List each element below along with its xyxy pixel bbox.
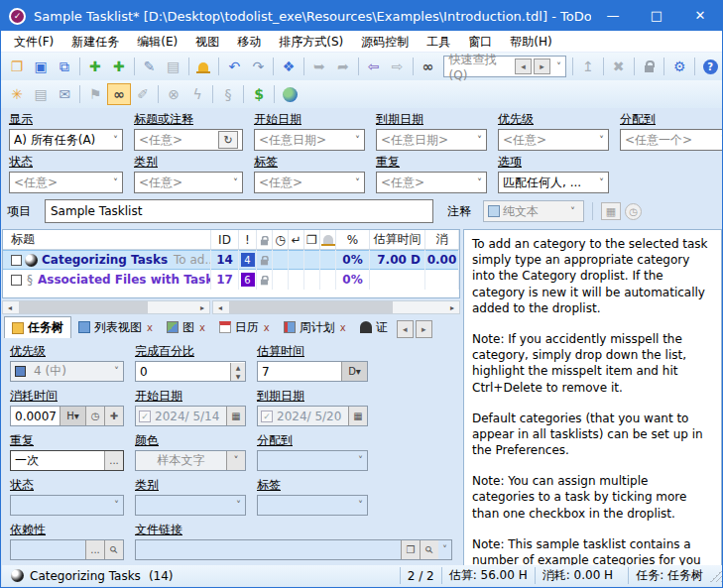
- scroll-right-icon[interactable]: ▸: [195, 303, 209, 312]
- tab-task-tree[interactable]: 任务树: [4, 316, 71, 338]
- refresh-icon[interactable]: ↻: [218, 131, 238, 149]
- close-tab-icon[interactable]: x: [340, 322, 346, 333]
- donate-icon[interactable]: $: [247, 83, 271, 105]
- file-link-input[interactable]: ❐ ⚲ ˅: [135, 539, 452, 560]
- filter-tags-combo[interactable]: <任意> ˅: [254, 172, 365, 193]
- resize-grip[interactable]: [710, 570, 722, 582]
- tab-week-planner[interactable]: 周计划 x: [277, 316, 353, 338]
- category-combo[interactable]: ˅: [135, 495, 246, 516]
- priority-combo[interactable]: 4 (中) ˅: [10, 361, 124, 382]
- insert-time-icon[interactable]: ◷: [625, 203, 642, 220]
- column-estimate[interactable]: 估算时间: [370, 230, 425, 249]
- column-time-icon[interactable]: ◷: [273, 230, 289, 249]
- menu-tools[interactable]: 工具: [418, 31, 459, 53]
- task-row[interactable]: § Associated Files with Tasks 17 6 0%: [3, 270, 459, 290]
- magnifier-icon[interactable]: ⚲: [420, 540, 438, 559]
- filter-options-combo[interactable]: 匹配任何人, ... ˅: [498, 172, 609, 193]
- maximize-button[interactable]: □: [635, 1, 678, 31]
- new-tasklist-icon[interactable]: ✳: [5, 83, 29, 105]
- chevron-down-icon[interactable]: ˅: [226, 451, 245, 470]
- filter-due-date-combo[interactable]: <任意日期> ˅: [376, 129, 487, 151]
- title-bar[interactable]: ✓ Sample Tasklist* [D:\Desktop\todolist_…: [1, 1, 722, 31]
- estimate-unit-button[interactable]: D▾: [341, 362, 367, 381]
- delete-task-icon[interactable]: ✖: [607, 56, 631, 77]
- assigned-combo[interactable]: ˅: [257, 450, 368, 471]
- close-tab-icon[interactable]: x: [264, 322, 270, 333]
- time-spent-input[interactable]: 0.0007 H▾ ◷ ✚: [10, 406, 124, 426]
- spin-up-icon[interactable]: ▲: [231, 363, 245, 372]
- due-date-input[interactable]: ✓ 2024/ 5/20 ▦: [257, 406, 368, 426]
- filter-recurrence-combo[interactable]: <任意> ˅: [376, 172, 487, 193]
- magnifier-icon[interactable]: ⚲: [104, 540, 123, 559]
- scroll-thumb[interactable]: [229, 301, 393, 313]
- minimize-button[interactable]: —: [591, 1, 635, 31]
- estimate-input[interactable]: 7 D▾: [257, 361, 368, 382]
- tab-calendar[interactable]: 日历 x: [212, 316, 277, 338]
- project-input[interactable]: Sample Tasklist: [45, 199, 433, 223]
- menu-sort[interactable]: 排序方式(S): [270, 31, 352, 53]
- insert-date-icon[interactable]: ▦: [601, 202, 621, 220]
- close-tab-icon[interactable]: x: [147, 322, 153, 333]
- chevron-down-icon[interactable]: ˅: [552, 61, 565, 72]
- new-subtask-icon[interactable]: ✚: [107, 56, 131, 77]
- reminder-bell-icon[interactable]: [191, 56, 215, 77]
- menu-move[interactable]: 移动: [228, 31, 270, 53]
- menu-window[interactable]: 窗口: [459, 31, 501, 53]
- help-icon[interactable]: ?: [698, 56, 722, 77]
- task-row[interactable]: Categorizing Tasks To ad... 14 4 0% 7.00…: [3, 250, 459, 270]
- set-task-icon-icon[interactable]: ▤: [162, 56, 185, 77]
- tab-list-view[interactable]: 列表视图 x: [71, 316, 160, 338]
- move-task-left-icon[interactable]: ➦: [331, 56, 355, 77]
- script-icon[interactable]: §: [216, 83, 240, 105]
- new-task-icon[interactable]: ✚: [83, 56, 107, 77]
- scroll-right-icon[interactable]: ▸: [445, 303, 459, 312]
- column-percent[interactable]: %: [336, 230, 370, 249]
- move-task-right-icon[interactable]: ➥: [307, 56, 331, 77]
- cancel-icon[interactable]: ⊗: [162, 83, 185, 105]
- task-checkbox[interactable]: [11, 255, 22, 266]
- scroll-thumb[interactable]: [19, 301, 148, 313]
- browse-folder-icon[interactable]: ❐: [401, 540, 420, 559]
- menu-file[interactable]: 文件(F): [5, 31, 62, 53]
- quick-find-combo[interactable]: 快速查找(Q) ◂ ▸ ˅: [443, 56, 566, 77]
- save-all-icon[interactable]: ⧉: [53, 56, 76, 77]
- comments-format-combo[interactable]: 纯文本 ˅: [483, 200, 584, 222]
- password-lock-icon[interactable]: [637, 56, 661, 77]
- column-filelink-icon[interactable]: ❐: [304, 230, 320, 249]
- task-title[interactable]: Categorizing Tasks: [42, 253, 168, 267]
- date-checkbox[interactable]: ✓: [139, 411, 151, 422]
- column-spent[interactable]: 消: [425, 230, 459, 249]
- color-combo[interactable]: 样本文字 ˅: [135, 450, 246, 471]
- tags-combo[interactable]: ˅: [257, 495, 368, 516]
- edit-task-icon[interactable]: ✎: [138, 56, 162, 77]
- menu-new-task[interactable]: 新建任务: [62, 31, 128, 53]
- menu-view[interactable]: 视图: [186, 31, 228, 53]
- comments-pane[interactable]: To add an category to the selected task …: [463, 229, 722, 566]
- columns-scrollbar[interactable]: ◂ ▸: [212, 300, 460, 314]
- filter-priority-combo[interactable]: <任意> ˅: [498, 129, 609, 151]
- dependency-input[interactable]: ... ⚲: [10, 539, 124, 560]
- filter-show-combo[interactable]: A) 所有任务(A) ˅: [9, 129, 123, 151]
- column-recurrence-icon[interactable]: ↵: [289, 230, 304, 249]
- start-date-input[interactable]: ✓ 2024/ 5/14 ▦: [135, 406, 246, 426]
- column-id[interactable]: ID: [211, 230, 239, 249]
- column-title[interactable]: 标题: [3, 230, 211, 249]
- tab-chart[interactable]: 图 x: [160, 316, 212, 338]
- menu-edit[interactable]: 编辑(E): [128, 31, 186, 53]
- filter-title-input[interactable]: <任意> ↻: [134, 129, 243, 151]
- find-prev-icon[interactable]: ◂: [515, 59, 532, 74]
- ellipsis-button[interactable]: ...: [85, 540, 104, 559]
- scroll-left-icon[interactable]: ◂: [3, 303, 17, 312]
- close-button[interactable]: ✕: [678, 1, 722, 31]
- cleanup-brush-icon[interactable]: ✐: [131, 83, 155, 105]
- email-icon[interactable]: ✉: [53, 83, 76, 105]
- preferences-gear-icon[interactable]: ⚙: [667, 56, 691, 77]
- close-tab-icon[interactable]: x: [199, 322, 205, 333]
- ellipsis-button[interactable]: ...: [104, 451, 123, 470]
- flag-icon[interactable]: ⚑: [83, 83, 107, 105]
- maximize-tasklist-icon[interactable]: ❖: [277, 56, 301, 77]
- save-icon[interactable]: ▣: [29, 56, 53, 77]
- recurrence-input[interactable]: 一次 ...: [10, 450, 124, 471]
- nav-forward-icon[interactable]: ⇨: [386, 56, 410, 77]
- title-column-scrollbar[interactable]: ◂ ▸: [2, 300, 210, 314]
